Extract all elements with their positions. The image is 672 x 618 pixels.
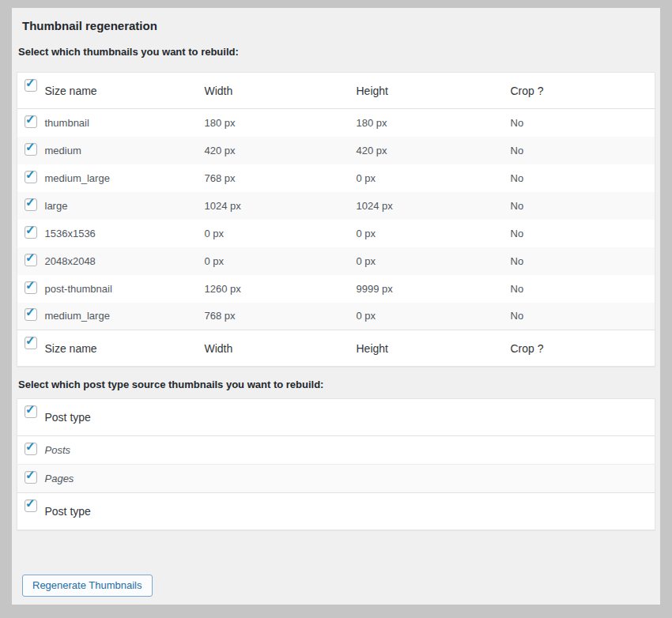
size-height: 0 px <box>357 164 511 192</box>
checkmark-icon: ✓ <box>25 168 36 180</box>
select-all-post-types-checkbox[interactable]: ✓ <box>25 405 37 418</box>
column-footer-crop: Crop ? <box>511 330 655 367</box>
size-width: 1024 px <box>205 192 357 220</box>
size-checkbox[interactable]: ✓ <box>25 254 37 266</box>
checkmark-icon: ✓ <box>25 196 36 208</box>
size-name: medium_large <box>45 303 205 330</box>
size-row-medium-large: ✓ medium_large 768 px 0 px No <box>17 164 655 192</box>
post-type-label: Pages <box>45 465 655 493</box>
size-width: 420 px <box>205 137 357 164</box>
size-height: 0 px <box>357 303 511 330</box>
column-header-size-name: Size name <box>45 73 205 109</box>
column-header-post-type: Post type <box>45 399 655 436</box>
size-crop: No <box>511 164 655 192</box>
size-width: 0 px <box>205 247 357 275</box>
post-type-row-pages: ✓ Pages <box>17 465 655 493</box>
size-height: 420 px <box>357 137 511 164</box>
size-name: medium_large <box>45 164 205 192</box>
size-height: 0 px <box>357 247 511 275</box>
size-row-medium-large-2: ✓ medium_large 768 px 0 px No <box>17 303 655 330</box>
size-crop: No <box>511 303 655 330</box>
size-row-medium: ✓ medium 420 px 420 px No <box>17 137 655 164</box>
size-checkbox[interactable]: ✓ <box>25 198 37 211</box>
column-header-height: Height <box>357 73 511 109</box>
size-row-thumbnail: ✓ thumbnail 180 px 180 px No <box>17 109 655 137</box>
select-all-sizes-checkbox-bottom[interactable]: ✓ <box>25 337 37 349</box>
size-width: 1260 px <box>205 275 357 303</box>
size-name: medium <box>45 137 205 164</box>
size-crop: No <box>511 275 655 303</box>
column-header-crop: Crop ? <box>511 73 655 109</box>
size-row-large: ✓ large 1024 px 1024 px No <box>17 192 655 220</box>
checkmark-icon: ✓ <box>25 440 36 452</box>
checkmark-icon: ✓ <box>25 113 36 125</box>
size-checkbox[interactable]: ✓ <box>25 281 37 294</box>
post-type-checkbox[interactable]: ✓ <box>25 443 37 455</box>
post-type-checkbox[interactable]: ✓ <box>25 471 37 484</box>
size-height: 9999 px <box>357 275 511 303</box>
size-checkbox[interactable]: ✓ <box>25 143 37 156</box>
size-crop: No <box>511 247 655 275</box>
post-types-header-row: ✓ Post type <box>17 399 655 436</box>
checkmark-icon: ✓ <box>25 403 36 415</box>
size-width: 768 px <box>205 303 357 330</box>
size-height: 1024 px <box>357 192 511 220</box>
size-crop: No <box>511 109 655 137</box>
size-row-2048x2048: ✓ 2048x2048 0 px 0 px No <box>17 247 655 275</box>
page-title: Thumbnail regeneration <box>22 19 655 32</box>
checkmark-icon: ✓ <box>25 469 36 480</box>
size-name: large <box>45 192 205 220</box>
size-name: 2048x2048 <box>45 247 205 275</box>
post-type-row-posts: ✓ Posts <box>17 436 655 465</box>
thumbnail-regeneration-panel: Thumbnail regeneration Select which thum… <box>12 8 660 605</box>
column-footer-width: Width <box>205 330 357 367</box>
size-crop: No <box>511 192 655 220</box>
size-name: post-thumbnail <box>45 275 205 303</box>
post-types-section-label: Select which post type source thumbnails… <box>18 379 655 390</box>
column-header-width: Width <box>205 73 357 109</box>
column-footer-size-name: Size name <box>45 330 205 367</box>
checkmark-icon: ✓ <box>25 141 36 153</box>
regenerate-thumbnails-button[interactable]: Regenerate Thumbnails <box>22 575 153 597</box>
checkmark-icon: ✓ <box>25 334 36 346</box>
size-height: 180 px <box>357 109 511 137</box>
size-crop: No <box>511 137 655 164</box>
checkmark-icon: ✓ <box>25 77 36 89</box>
column-footer-height: Height <box>357 330 511 367</box>
size-row-post-thumbnail: ✓ post-thumbnail 1260 px 9999 px No <box>17 275 655 303</box>
size-name: 1536x1536 <box>45 220 205 247</box>
checkmark-icon: ✓ <box>25 224 36 236</box>
checkmark-icon: ✓ <box>25 251 36 263</box>
size-name: thumbnail <box>45 109 205 137</box>
size-height: 0 px <box>357 220 511 247</box>
sizes-section-label: Select which thumbnails you want to rebu… <box>18 46 655 58</box>
post-types-table: ✓ Post type ✓ Posts ✓ Pages ✓ Post type <box>17 398 655 530</box>
column-footer-post-type: Post type <box>45 493 655 530</box>
post-type-label: Posts <box>45 436 655 465</box>
size-checkbox[interactable]: ✓ <box>25 308 37 321</box>
select-all-sizes-checkbox[interactable]: ✓ <box>25 79 37 92</box>
size-checkbox[interactable]: ✓ <box>25 115 37 128</box>
checkmark-icon: ✓ <box>25 497 36 509</box>
size-crop: No <box>511 220 655 247</box>
checkmark-icon: ✓ <box>25 306 36 318</box>
checkmark-icon: ✓ <box>25 279 36 291</box>
size-width: 768 px <box>205 164 357 192</box>
post-types-footer-row: ✓ Post type <box>17 493 655 530</box>
thumbnail-sizes-table: ✓ Size name Width Height Crop ? ✓ thumbn… <box>17 72 655 367</box>
sizes-footer-row: ✓ Size name Width Height Crop ? <box>17 330 655 367</box>
sizes-header-row: ✓ Size name Width Height Crop ? <box>17 73 655 109</box>
size-row-1536x1536: ✓ 1536x1536 0 px 0 px No <box>17 220 655 247</box>
size-checkbox[interactable]: ✓ <box>25 171 37 183</box>
size-width: 180 px <box>205 109 357 137</box>
select-all-post-types-checkbox-bottom[interactable]: ✓ <box>25 499 37 512</box>
size-checkbox[interactable]: ✓ <box>25 226 37 239</box>
size-width: 0 px <box>205 220 357 247</box>
